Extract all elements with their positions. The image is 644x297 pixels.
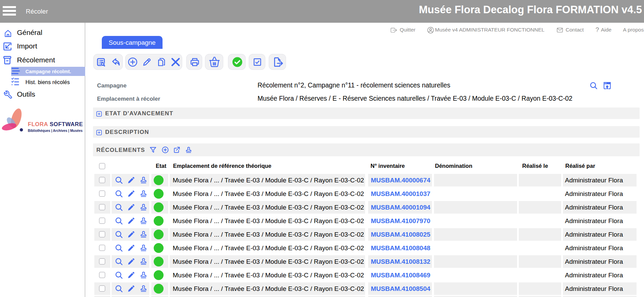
svg-text:FLORA SOFTWARE: FLORA SOFTWARE [28,121,83,127]
svg-text:Bibliothèques | Archives | Mus: Bibliothèques | Archives | Musées [28,129,83,133]
